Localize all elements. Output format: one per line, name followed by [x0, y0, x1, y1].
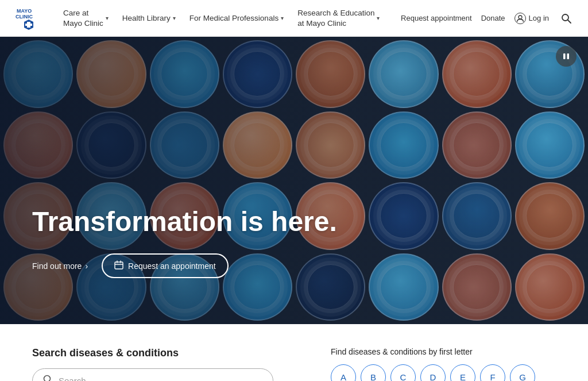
alpha-btn-c[interactable]: C [390, 364, 416, 381]
alphabet-grid: ABCDEFGHIJKLMNOPQRS [331, 364, 556, 381]
svg-point-5 [519, 16, 522, 19]
main-nav: Care atMayo Clinic ▾ Health Library ▾ Fo… [57, 3, 401, 33]
svg-rect-4 [25, 24, 32, 26]
hero-actions: Find out more › Request an appointment [32, 253, 337, 278]
alpha-btn-a[interactable]: A [331, 364, 356, 381]
pause-button[interactable] [556, 46, 577, 67]
alpha-btn-f[interactable]: F [480, 364, 505, 381]
user-icon [514, 13, 526, 24]
header-actions: Request appointment Donate Log in [401, 10, 574, 26]
alpha-btn-e[interactable]: E [450, 364, 475, 381]
calendar-icon [114, 260, 123, 271]
svg-point-10 [44, 376, 51, 382]
search-input-wrapper [32, 368, 273, 381]
alpha-btn-b[interactable]: B [361, 364, 386, 381]
nav-research[interactable]: Research & Educationat Mayo Clinic ▾ [292, 3, 385, 33]
chevron-down-icon: ▾ [377, 14, 380, 22]
hero-section: Transformation is here. Find out more › … [0, 37, 588, 324]
search-left: Search diseases & conditions [32, 347, 285, 381]
arrow-right-icon: › [85, 261, 88, 271]
nav-care[interactable]: Care atMayo Clinic ▾ [57, 3, 114, 33]
alpha-title: Find diseases & conditions by first lett… [331, 347, 556, 356]
svg-text:MAYO: MAYO [17, 8, 32, 14]
logo[interactable]: MAYO CLINIC [14, 5, 44, 32]
chevron-down-icon: ▾ [106, 14, 109, 22]
chevron-down-icon: ▾ [281, 14, 284, 22]
hero-title: Transformation is here. [32, 206, 337, 237]
alpha-btn-g[interactable]: G [510, 364, 535, 381]
svg-rect-7 [115, 262, 123, 269]
hero-content: Transformation is here. Find out more › … [32, 206, 337, 278]
search-icon [43, 375, 53, 381]
alpha-btn-d[interactable]: D [420, 364, 446, 381]
svg-text:CLINIC: CLINIC [16, 14, 33, 20]
login-area[interactable]: Log in [514, 13, 549, 24]
request-appointment-hero-button[interactable]: Request an appointment [102, 253, 229, 278]
alphabet-section: Find diseases & conditions by first lett… [331, 347, 556, 381]
donate-link[interactable]: Donate [481, 14, 505, 22]
search-section: Search diseases & conditions Find diseas… [0, 324, 588, 381]
request-appointment-link[interactable]: Request appointment [401, 14, 472, 22]
find-out-more-link[interactable]: Find out more › [32, 261, 88, 271]
svg-rect-8 [563, 53, 566, 59]
svg-point-6 [562, 14, 568, 21]
search-input[interactable] [59, 376, 262, 381]
nav-medical-professionals[interactable]: For Medical Professionals ▾ [184, 9, 289, 28]
search-diseases-title: Search diseases & conditions [32, 347, 285, 359]
site-header: MAYO CLINIC Care atMayo Clinic ▾ Health … [0, 0, 588, 37]
nav-health-library[interactable]: Health Library ▾ [117, 9, 181, 28]
svg-rect-9 [567, 53, 570, 59]
chevron-down-icon: ▾ [173, 14, 176, 22]
login-label: Log in [529, 14, 549, 22]
header-search-button[interactable] [558, 10, 574, 26]
hero-overlay [0, 37, 588, 324]
